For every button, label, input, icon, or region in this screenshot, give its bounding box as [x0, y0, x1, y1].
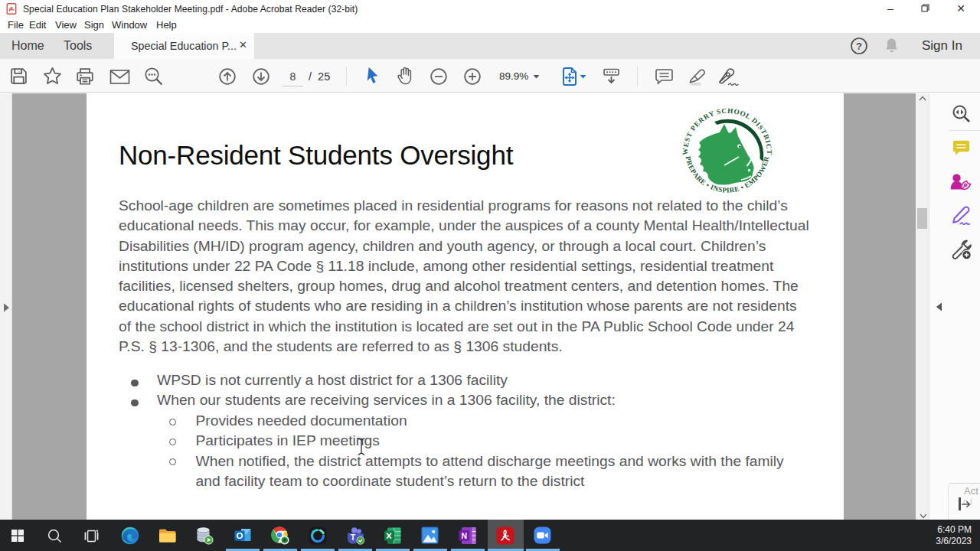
svg-text:O: O — [237, 531, 243, 540]
svg-text:?: ? — [856, 41, 862, 52]
svg-text:N: N — [461, 531, 467, 540]
svg-text:T: T — [351, 533, 356, 542]
